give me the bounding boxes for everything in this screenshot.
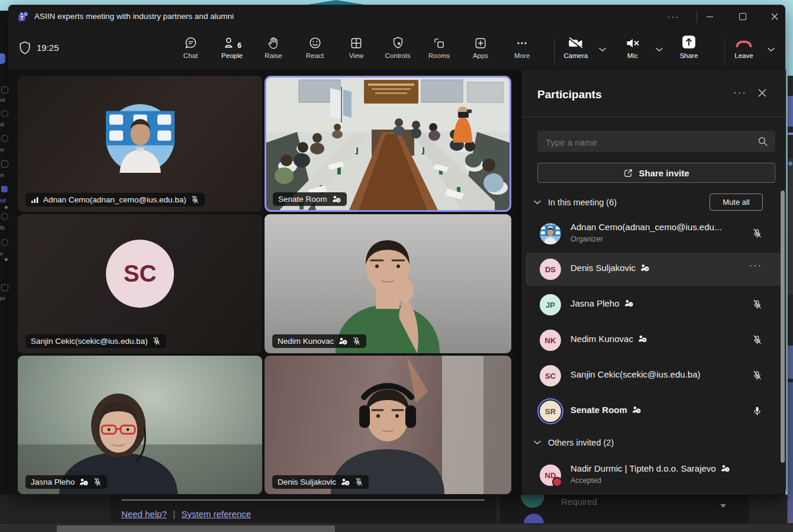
underlay-bottom-highlight (57, 525, 335, 532)
attendee-avatar (521, 495, 544, 508)
mic-on-icon[interactable] (752, 406, 762, 418)
panel-scrollbar[interactable] (781, 191, 785, 463)
participant-row-nedim[interactable]: NK Nedim Kunovac (521, 324, 786, 357)
tile-name-label: Denis Suljakovic (272, 475, 369, 489)
titlebar-more-icon[interactable]: ··· (663, 5, 684, 28)
search-box[interactable] (537, 131, 775, 152)
people-count-badge: 6 (237, 41, 241, 50)
video-tile-nedim[interactable]: Nedim Kunovac (265, 214, 511, 353)
participant-role: Organizer (570, 235, 603, 243)
person-question-icon (637, 335, 647, 343)
react-button[interactable]: React (296, 33, 334, 67)
avatar-photo (106, 104, 175, 173)
apps-button[interactable]: Apps (462, 33, 499, 67)
rail-label-fragment: vit (0, 97, 8, 103)
tile-name-label: Nedim Kunovac (272, 334, 366, 348)
sliver-block (788, 133, 793, 135)
chat-icon (184, 36, 198, 50)
sliver-block (788, 382, 793, 523)
mic-button[interactable]: Mic (614, 33, 652, 67)
controls-button[interactable]: Controls (379, 33, 417, 67)
sliver-block (788, 346, 793, 379)
participant-row-jasna[interactable]: JP Jasna Pleho (521, 288, 786, 321)
react-smiley-icon (308, 36, 322, 50)
video-tile-sanjin[interactable]: SC Sanjin Cekic(scekic@ius.edu.ba) (18, 214, 262, 353)
mic-muted-icon[interactable] (752, 228, 762, 241)
need-help-link[interactable]: Need help? (121, 509, 167, 519)
share-invite-icon (623, 168, 633, 178)
video-tile-adnan[interactable]: Adnan Cemo(adnan_cemo@ius.edu.ba) (18, 76, 262, 212)
apps-plus-icon (474, 37, 487, 50)
leave-phone-icon (735, 38, 753, 50)
people-button[interactable]: 6 People (213, 33, 251, 67)
mic-muted-icon (152, 337, 161, 346)
camera-button[interactable]: Camera (557, 33, 595, 67)
panel-close-icon[interactable] (758, 89, 766, 99)
mic-muted-icon[interactable] (752, 299, 762, 312)
participant-row-adnan[interactable]: Adnan Cemo(adnan_cemo@ius.edu... Organiz… (521, 217, 786, 250)
window-minimize-icon[interactable] (699, 5, 720, 28)
share-invite-button[interactable]: Share invite (537, 163, 775, 183)
toolbar-divider (554, 39, 555, 65)
sliver-block (788, 159, 793, 295)
raise-button[interactable]: Raise (254, 33, 292, 67)
participant-row-nadir[interactable]: ND Nadir Durmic | Tipteh d.o.o. Sarajevo… (521, 459, 786, 492)
leave-button[interactable]: Leave (725, 33, 763, 67)
teams-rail-sliver: vit at m m nd lls ri ps (0, 11, 8, 523)
underlay-strip: Need help? | System reference Required (0, 495, 793, 532)
window-maximize-icon[interactable] (733, 5, 753, 28)
video-tile-denis[interactable]: Denis Suljakovic (265, 356, 511, 494)
rail-label-fragment: ps (0, 295, 8, 301)
panel-more-icon[interactable]: ··· (733, 88, 747, 98)
desktop: ? ! (0, 0, 793, 532)
mute-all-button[interactable]: Mute all (710, 194, 763, 211)
system-reference-link[interactable]: System reference (182, 509, 252, 519)
senate-room-video (266, 78, 510, 210)
avatar: SC (540, 365, 561, 386)
participant-row-denis[interactable]: DS Denis Suljakovic ··· (521, 253, 786, 286)
signal-bars-icon (31, 196, 39, 204)
participant-row-sanjin[interactable]: SC Sanjin Cekic(scekic@ius.edu.ba) (521, 359, 786, 392)
person-question-icon (640, 264, 650, 272)
window-close-icon[interactable] (765, 5, 785, 28)
avatar: NK (540, 330, 561, 351)
mic-muted-icon[interactable] (752, 335, 762, 347)
share-arrow-icon (681, 34, 697, 50)
mic-chevron-icon[interactable] (656, 47, 663, 52)
person-question-icon (338, 337, 348, 345)
tile-name-label: Adnan Cemo(adnan_cemo@ius.edu.ba) (25, 193, 205, 207)
chat-button[interactable]: Chat (172, 33, 209, 67)
leave-chevron-icon[interactable] (768, 47, 775, 52)
participant-row-senate-room[interactable]: SR Senate Room (521, 395, 786, 428)
video-tile-senate-room[interactable]: Senate Room (265, 76, 511, 212)
more-button[interactable]: More (503, 33, 541, 67)
share-button[interactable]: Share (670, 33, 708, 67)
in-meeting-section-header[interactable]: In this meeting (6) (534, 198, 617, 207)
others-invited-section-header[interactable]: Others invited (2) (534, 438, 614, 447)
rail-label-fragment: nd (0, 198, 8, 204)
rail-notification-dot (5, 258, 8, 261)
rail-notification-dot (5, 206, 8, 209)
controls-shield-gear-icon (391, 36, 405, 50)
mic-muted-icon (93, 478, 102, 486)
avatar-speaking: SR (540, 401, 561, 422)
dropdown-caret-icon[interactable] (720, 504, 726, 508)
rail-glyph-icon (1, 239, 8, 246)
panel-title: Participants (537, 88, 602, 101)
rooms-button[interactable]: Rooms (420, 33, 458, 67)
mic-muted-icon (352, 337, 361, 346)
rail-glyph-icon (1, 284, 8, 291)
camera-chevron-icon[interactable] (599, 47, 606, 52)
view-button[interactable]: View (337, 33, 375, 67)
person-exclaim-icon (79, 478, 89, 486)
person-exclaim-icon (624, 299, 634, 307)
teams-logo-icon: T (18, 11, 28, 22)
row-more-icon[interactable]: ··· (749, 260, 762, 271)
video-tile-jasna[interactable]: Jasna Pleho (18, 356, 262, 494)
mic-muted-icon[interactable] (752, 370, 762, 383)
search-input[interactable] (544, 131, 754, 153)
titlebar-divider (697, 11, 697, 22)
rail-calendar-icon[interactable] (1, 186, 8, 192)
shield-icon[interactable] (18, 41, 31, 55)
initials-avatar: SC (106, 240, 174, 308)
